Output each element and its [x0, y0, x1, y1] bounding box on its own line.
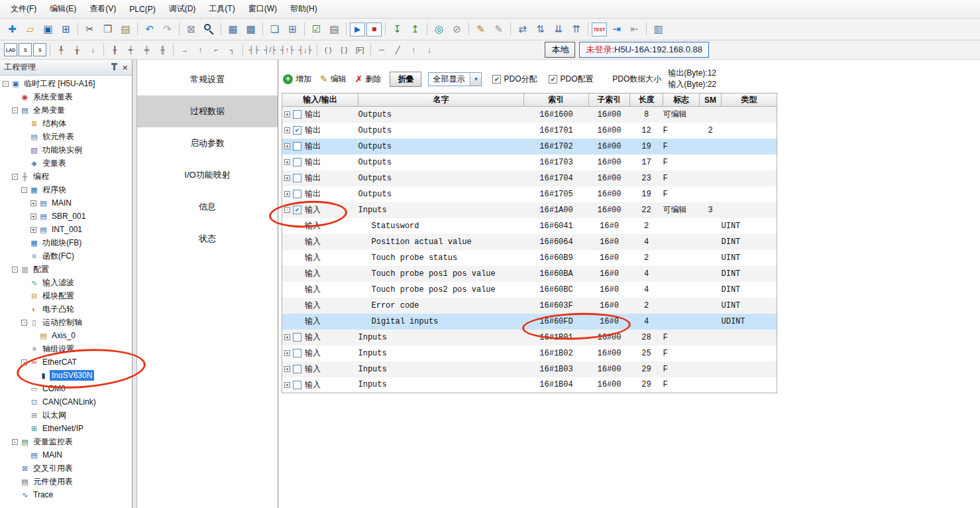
tree-item[interactable]: ▤软元件表 [0, 130, 132, 143]
edit-pdo-button[interactable]: ✎ 编辑 [320, 74, 347, 85]
pdo-row[interactable]: 输入Digital inputs16#60FD16#04UDINT [282, 314, 777, 330]
pdo-row[interactable]: 输入Touch probe status16#60B916#02UINT [282, 250, 777, 266]
nav-status[interactable]: 状态 [137, 223, 278, 255]
tree-item[interactable]: +▤INT_001 [0, 223, 132, 236]
tree-item[interactable]: -▥配置 [0, 263, 132, 276]
collapse-toggle[interactable]: - [21, 187, 27, 193]
pdo-row[interactable]: +输出Outputs16#170516#0019F [282, 186, 777, 202]
ladder-editor-icon[interactable]: LAD [4, 43, 17, 56]
tree-item[interactable]: ∿输入滤波 [0, 276, 132, 289]
tree-item[interactable]: ▭COM0 [0, 382, 132, 395]
horizontal-line-icon[interactable]: ─ [374, 42, 389, 57]
expand-toggle[interactable]: + [30, 227, 36, 233]
monitor-off-icon[interactable]: ⊘ [449, 21, 465, 37]
pdo-config-checkbox[interactable]: ✔ PDO配置 [549, 74, 593, 85]
tree-item[interactable]: ⊞以太网 [0, 409, 132, 422]
save-icon[interactable]: ▣ [40, 21, 56, 37]
set-coil-icon[interactable]: { } [337, 42, 351, 57]
upload-icon[interactable]: ↥ [407, 21, 423, 37]
tree-item[interactable]: ▤Axis_0 [0, 329, 132, 342]
tree-item[interactable]: ◈变量表 [0, 157, 132, 170]
function-block-coil-icon[interactable]: [F] [353, 42, 367, 57]
menu-plc[interactable]: PLC(P) [123, 1, 162, 17]
pdo-row[interactable]: +输出Outputs16#170216#0019F [282, 139, 777, 155]
nav-process-data[interactable]: 过程数据 [137, 95, 278, 127]
vertical-down-icon[interactable]: ↓ [422, 42, 437, 57]
stop-icon[interactable]: ■ [366, 23, 382, 36]
menu-file[interactable]: 文件(F) [4, 0, 43, 18]
tree-item[interactable]: ◉系统变量表 [0, 90, 132, 103]
tree-item[interactable]: ⊡CAN(CANLink) [0, 395, 132, 409]
pdo-row[interactable]: 输入Touch probe pos1 pos value16#60BA16#04… [282, 266, 777, 282]
falling-contact-icon[interactable]: ┤↓├ [297, 42, 313, 57]
pdo-row-checkbox[interactable]: ✔ [293, 126, 301, 135]
delete-icon[interactable]: ⊠ [183, 21, 199, 37]
pdo-row[interactable]: 输入Statusword16#604116#02UINT [282, 218, 777, 234]
tree-item[interactable]: ∿Trace [0, 488, 132, 501]
pdo-row[interactable]: 输入Position actual value16#606416#04DINT [282, 234, 777, 250]
pdo-row-checkbox[interactable] [293, 190, 301, 198]
test-icon[interactable]: TEST [592, 23, 607, 36]
collapse-toggle[interactable]: - [21, 359, 27, 365]
insert-row-above-icon[interactable]: ╀ [54, 42, 68, 57]
tree-item[interactable]: ◐电子凸轮 [0, 302, 132, 316]
vertical-up-icon[interactable]: ↑ [406, 42, 421, 57]
sfc-editor-icon[interactable]: S [19, 43, 32, 56]
pdo-row[interactable]: +输出Outputs16#170316#0017F [282, 155, 777, 170]
close-panel-icon[interactable]: × [123, 64, 128, 72]
collapse-toggle[interactable]: - [12, 267, 18, 273]
cut-icon[interactable]: ✂ [82, 21, 98, 37]
tree-item[interactable]: ≡函数(FC) [0, 249, 132, 263]
tree-item[interactable]: ≣结构体 [0, 117, 132, 130]
redo-icon[interactable]: ↷ [159, 21, 176, 37]
sync-icon[interactable]: ⇅ [532, 21, 549, 37]
local-mode-button[interactable]: 本地 [545, 42, 575, 58]
expand-toggle[interactable]: + [284, 191, 290, 197]
tree-item[interactable]: ▤MAIN [0, 448, 132, 462]
write-enable-icon[interactable]: ✎ [472, 21, 489, 37]
save-all-icon[interactable]: ⊞ [58, 21, 74, 37]
doc-settings-icon[interactable]: ▤ [326, 21, 343, 37]
expand-toggle[interactable]: + [30, 214, 36, 220]
tree-item[interactable]: ▮InoSV630N [0, 369, 132, 382]
paste-icon[interactable]: ▤ [117, 21, 134, 37]
download-icon[interactable]: ↧ [389, 21, 406, 37]
expand-toggle[interactable]: + [284, 159, 290, 165]
tree-item[interactable]: ⊠交叉引用表 [0, 462, 132, 475]
pdo-row-checkbox[interactable] [293, 333, 301, 342]
login-icon[interactable]: ⇥ [608, 21, 625, 37]
expand-toggle[interactable]: + [284, 382, 290, 388]
delete-pdo-button[interactable]: ✗ 删除 [355, 74, 382, 85]
pdo-row[interactable]: +输入Inputs16#1B0316#0029F [282, 361, 777, 377]
tree-item[interactable]: ⊞EtherNet/IP [0, 422, 132, 435]
collapse-toggle[interactable]: - [284, 207, 290, 213]
device-table-icon[interactable]: ▥ [650, 21, 667, 37]
menu-tools[interactable]: 工具(T) [202, 0, 241, 18]
insert-row-below-icon[interactable]: ╁ [70, 42, 84, 57]
nav-io-mapping[interactable]: I/O功能映射 [137, 159, 278, 191]
delete-line-icon[interactable]: ┐ [225, 42, 239, 57]
open-contact-icon[interactable]: ┤├ [246, 42, 261, 57]
pdo-row-checkbox[interactable] [293, 142, 301, 151]
nav-general-settings[interactable]: 常规设置 [137, 64, 278, 95]
pdo-row[interactable]: 输入Error code16#603F16#02UINT [282, 298, 777, 314]
insert-cell-icon[interactable]: ╂ [107, 42, 122, 57]
draw-line-up-icon[interactable]: ↑ [193, 42, 207, 57]
add-pdo-button[interactable]: + 增加 [283, 74, 311, 85]
expand-toggle[interactable]: + [284, 127, 290, 133]
tree-item[interactable]: ⊟模块配置 [0, 289, 132, 302]
pdo-row-checkbox[interactable] [293, 381, 301, 389]
collapse-toggle[interactable]: - [21, 320, 27, 326]
verify-icon[interactable]: ☑ [308, 21, 325, 37]
compile-icon[interactable]: ▦ [225, 21, 241, 37]
expand-toggle[interactable]: + [284, 366, 290, 372]
pdo-row-checkbox[interactable] [293, 174, 301, 182]
delete-branch-icon[interactable]: ╫ [155, 42, 170, 57]
expand-toggle[interactable]: + [284, 143, 290, 149]
delete-row-icon[interactable]: ↓ [85, 42, 100, 57]
output-coil-icon[interactable]: ( ) [321, 42, 335, 57]
insert-branch-icon[interactable]: ┽ [123, 42, 138, 57]
search-icon[interactable] [201, 21, 217, 37]
logout-icon[interactable]: ⇤ [626, 21, 643, 37]
tree-item[interactable]: -▯运动控制轴 [0, 316, 132, 329]
